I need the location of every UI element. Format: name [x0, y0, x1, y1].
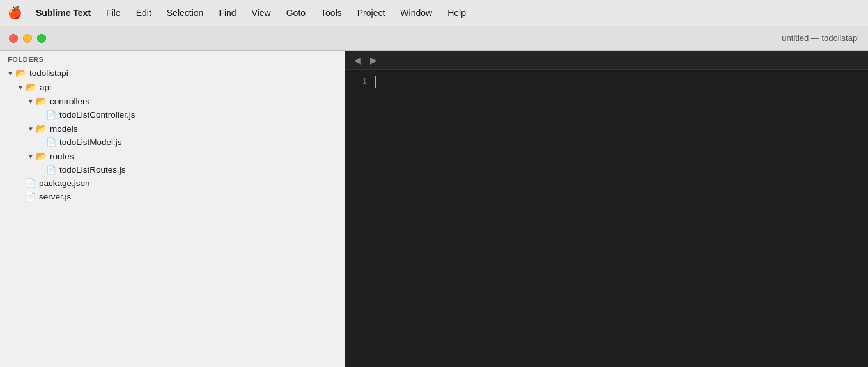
label-todolistroutes: todoListRoutes.js: [59, 165, 126, 175]
goto-menu[interactable]: Goto: [280, 5, 312, 20]
label-serverjs: server.js: [39, 192, 71, 201]
tree-item-packagejson[interactable]: 📄 package.json: [0, 176, 345, 190]
arrow-routes: ▼: [26, 153, 36, 160]
apple-icon[interactable]: 🍎: [8, 6, 22, 20]
tree-item-todolistmodel[interactable]: 📄 todoListModel.js: [0, 136, 345, 149]
tree-item-todolistroutes[interactable]: 📄 todoListRoutes.js: [0, 163, 345, 176]
arrow-api: ▼: [15, 84, 26, 91]
label-packagejson: package.json: [39, 178, 90, 188]
view-menu[interactable]: View: [245, 5, 277, 20]
arrow-models: ▼: [26, 125, 36, 132]
line-number-1: 1: [345, 75, 367, 88]
folder-icon-routes: 📂: [36, 151, 47, 161]
tree-item-api[interactable]: ▼ 📂 api: [0, 80, 345, 94]
label-controllers: controllers: [50, 97, 89, 106]
tree-item-todolistapi[interactable]: ▼ 📂 todolistapi: [0, 66, 345, 80]
editor[interactable]: ◀ ▶ 1: [345, 51, 868, 367]
project-menu[interactable]: Project: [351, 5, 392, 20]
arrow-todolistapi: ▼: [5, 70, 15, 77]
arrow-controllers: ▼: [26, 98, 36, 105]
minimize-button[interactable]: [23, 34, 32, 43]
help-menu[interactable]: Help: [441, 5, 472, 20]
label-api: api: [40, 82, 51, 92]
main-layout: FOLDERS ▼ 📂 todolistapi ▼ 📂 api ▼ 📂 cont…: [0, 51, 868, 367]
label-todolistmodel: todoListModel.js: [59, 137, 122, 147]
menubar: 🍎 Sublime Text File Edit Selection Find …: [0, 0, 868, 26]
tools-menu[interactable]: Tools: [314, 5, 348, 20]
editor-content[interactable]: 1: [345, 70, 868, 367]
tree-item-routes[interactable]: ▼ 📂 routes: [0, 149, 345, 163]
label-todolistcontroller: todoListController.js: [59, 110, 136, 120]
folder-icon-controllers: 📂: [36, 96, 47, 106]
window-menu[interactable]: Window: [394, 5, 438, 20]
file-menu[interactable]: File: [100, 5, 127, 20]
selection-menu[interactable]: Selection: [160, 5, 210, 20]
label-todolistapi: todolistapi: [29, 68, 68, 78]
folder-icon-todolistapi: 📂: [15, 68, 26, 78]
file-icon-todolistroutes: 📄: [46, 165, 56, 175]
app-name-menu[interactable]: Sublime Text: [29, 5, 97, 20]
text-cursor: [375, 76, 376, 88]
label-routes: routes: [50, 152, 74, 161]
tree-item-controllers[interactable]: ▼ 📂 controllers: [0, 94, 345, 108]
tree-item-serverjs[interactable]: 📄 server.js: [0, 190, 345, 203]
edit-menu[interactable]: Edit: [130, 5, 158, 20]
sidebar: FOLDERS ▼ 📂 todolistapi ▼ 📂 api ▼ 📂 cont…: [0, 51, 345, 367]
file-icon-todolistcontroller: 📄: [46, 110, 56, 120]
maximize-button[interactable]: [37, 34, 46, 43]
folders-header: FOLDERS: [0, 51, 345, 66]
cursor-line-1: [375, 75, 868, 88]
code-area[interactable]: [372, 70, 868, 367]
tree-item-todolistcontroller[interactable]: 📄 todoListController.js: [0, 108, 345, 121]
find-menu[interactable]: Find: [212, 5, 242, 20]
label-models: models: [50, 124, 78, 134]
editor-toolbar: ◀ ▶: [345, 51, 868, 70]
folder-icon-api: 📂: [26, 82, 36, 92]
close-button[interactable]: [9, 34, 18, 43]
file-icon-packagejson: 📄: [26, 178, 36, 188]
folder-icon-models: 📂: [36, 123, 47, 134]
file-icon-serverjs: 📄: [26, 192, 36, 201]
line-numbers: 1: [345, 70, 372, 367]
window-title: untitled — todolistapi: [782, 33, 859, 43]
nav-back-button[interactable]: ◀: [352, 54, 364, 66]
titlebar: untitled — todolistapi: [0, 26, 868, 51]
nav-forward-button[interactable]: ▶: [368, 54, 380, 66]
file-icon-todolistmodel: 📄: [46, 137, 56, 147]
tree-item-models[interactable]: ▼ 📂 models: [0, 121, 345, 136]
